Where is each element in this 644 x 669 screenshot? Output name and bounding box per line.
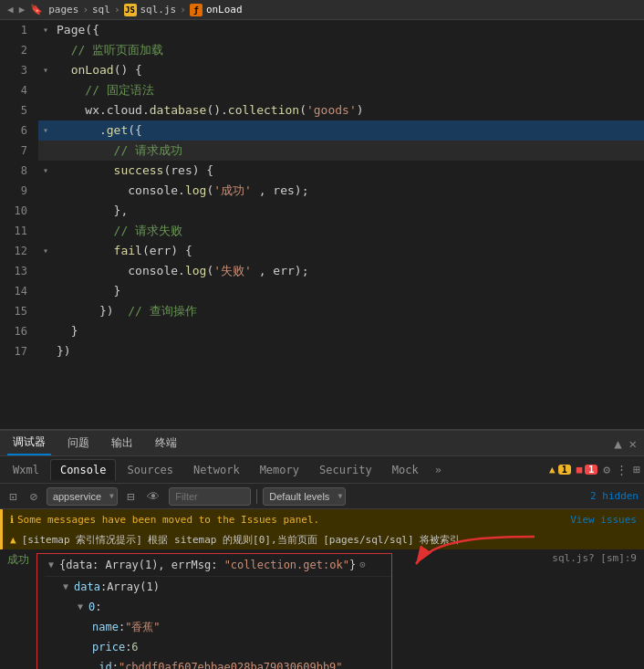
line-content: Page({: [53, 20, 644, 40]
console-toolbar: ⊡ ⊘ appservice ⊟ 👁 Default levels 2 hidd…: [0, 484, 644, 509]
breadcrumb: pages › sql › JS sql.js › ƒ onLoad: [48, 4, 242, 16]
line-content: onLoad() {: [53, 60, 644, 80]
filter-input[interactable]: [169, 487, 251, 506]
forward-icon[interactable]: ▶: [19, 4, 26, 16]
line-number: 8: [0, 161, 38, 181]
line-content: // 固定语法: [53, 80, 644, 100]
table-row: 6 ▾ .get({: [0, 120, 644, 141]
line-number: 11: [0, 221, 38, 241]
filter-toggle-icon[interactable]: ⊟: [123, 487, 138, 506]
fold-arrow[interactable]: ▾: [38, 241, 53, 261]
collapse-icon[interactable]: ▲: [614, 436, 621, 451]
tab-network[interactable]: Network: [184, 460, 249, 480]
list-item: _id : "cbddf0af607ebbae028ba79030609bb9": [45, 657, 391, 669]
tree-sep: :: [112, 658, 119, 669]
settings-icon[interactable]: ⚙: [603, 463, 610, 476]
toolbar-separator: [256, 489, 257, 504]
top-bar: ◀ ▶ 🔖 pages › sql › JS sql.js › ƒ onLoad: [0, 0, 644, 20]
tree-root-text: {data: Array(1), errMsg: "collection.get…: [59, 556, 356, 574]
breadcrumb-sql[interactable]: sql: [92, 4, 110, 16]
line-number: 2: [0, 40, 38, 60]
fold-arrow: [38, 341, 53, 361]
line-content: }) // 查询操作: [53, 301, 644, 321]
table-row: 8 ▾ success(res) {: [0, 161, 644, 181]
fold-arrow[interactable]: ▾: [38, 161, 53, 181]
bookmark-icon: 🔖: [30, 4, 43, 16]
copy-icon[interactable]: ⊙: [359, 556, 366, 574]
tab-mock[interactable]: Mock: [383, 460, 428, 480]
breadcrumb-onload[interactable]: onLoad: [206, 4, 243, 16]
breadcrumb-sqljs[interactable]: sql.js: [140, 4, 177, 16]
appservice-select[interactable]: appservice: [47, 487, 118, 506]
hidden-count[interactable]: 2 hidden: [590, 490, 639, 502]
tree-key: data: [74, 578, 100, 596]
fold-arrow: [38, 181, 53, 201]
fold-arrow: [38, 40, 53, 60]
line-content: console.log('成功' , res);: [53, 181, 644, 201]
sitemap-warn-icon: ▲: [10, 534, 16, 546]
line-content: }: [53, 321, 644, 341]
fold-arrow: [38, 221, 53, 241]
fold-arrow: [38, 100, 53, 120]
tab-issues[interactable]: 问题: [62, 432, 95, 455]
object-tree: ▼ {data: Array(1), errMsg: "collection.g…: [36, 553, 392, 669]
fold-arrow: [38, 141, 53, 161]
panel-layout-icon[interactable]: ⊞: [633, 463, 640, 476]
tab-security[interactable]: Security: [310, 460, 381, 480]
breadcrumb-pages[interactable]: pages: [48, 4, 78, 16]
eye-icon[interactable]: 👁: [143, 487, 163, 506]
fold-arrow[interactable]: ▾: [38, 120, 53, 141]
tree-collapse-icon[interactable]: ▼: [48, 556, 59, 574]
line-number: 9: [0, 181, 38, 201]
tree-sep: :: [95, 598, 101, 616]
fold-arrow: [38, 301, 53, 321]
log-prefix: 成功: [7, 553, 29, 566]
fold-arrow: [38, 201, 53, 221]
levels-select[interactable]: Default levels: [263, 487, 346, 506]
tree-key: 0: [88, 598, 95, 616]
tree-sep: :: [125, 638, 131, 656]
tree-key: name: [92, 618, 119, 636]
tree-sep: :: [119, 618, 125, 636]
line-content: wx.cloud.database().collection('goods'): [53, 100, 644, 120]
tree-expand-icon[interactable]: ▼: [78, 598, 88, 616]
line-number: 17: [0, 341, 38, 361]
tab-console[interactable]: Console: [50, 459, 117, 480]
line-number: 14: [0, 281, 38, 301]
tree-sep: :: [100, 578, 107, 596]
tree-root[interactable]: ▼ {data: Array(1), errMsg: "collection.g…: [45, 554, 391, 577]
tab-debugger[interactable]: 调试器: [7, 431, 51, 455]
fold-arrow: [38, 261, 53, 281]
tab-sources[interactable]: Sources: [118, 460, 182, 480]
line-content: }): [53, 341, 644, 361]
back-icon[interactable]: ◀: [7, 4, 14, 16]
more-options-icon[interactable]: ⋮: [616, 463, 628, 476]
tree-val-id: "cbddf0af607ebbae028ba79030609bb9": [119, 658, 343, 669]
fold-arrow[interactable]: ▾: [38, 20, 53, 40]
fn-icon: ƒ: [190, 4, 203, 16]
tree-val: Array(1): [107, 578, 160, 596]
red-arrow-graphic: [407, 528, 544, 578]
warn-icon: ℹ: [10, 514, 14, 526]
fold-arrow: [38, 281, 53, 301]
view-issues-link[interactable]: View issues: [570, 514, 637, 526]
tab-wxml[interactable]: Wxml: [4, 460, 48, 480]
tab-terminal[interactable]: 终端: [150, 432, 182, 455]
more-tabs-icon[interactable]: »: [430, 460, 447, 480]
fold-arrow: [38, 80, 53, 100]
cursor-icon[interactable]: ⊡: [5, 487, 20, 506]
table-row: 1 ▾ Page({: [0, 20, 644, 40]
tree-expand-icon[interactable]: ▼: [63, 578, 74, 596]
line-number: 3: [0, 60, 38, 80]
list-item: ▼ 0 :: [45, 597, 391, 617]
close-icon[interactable]: ✕: [629, 436, 637, 451]
warn-badge: ▲ 1: [549, 464, 571, 476]
line-number: 1: [0, 20, 38, 40]
line-number: 12: [0, 241, 38, 261]
tab-output[interactable]: 输出: [106, 432, 139, 455]
list-item: price : 6: [45, 637, 391, 657]
log-file-link[interactable]: sql.js? [sm]:9: [552, 551, 644, 564]
ban-icon[interactable]: ⊘: [26, 487, 40, 506]
tab-memory[interactable]: Memory: [251, 460, 308, 480]
fold-arrow[interactable]: ▾: [38, 60, 53, 80]
